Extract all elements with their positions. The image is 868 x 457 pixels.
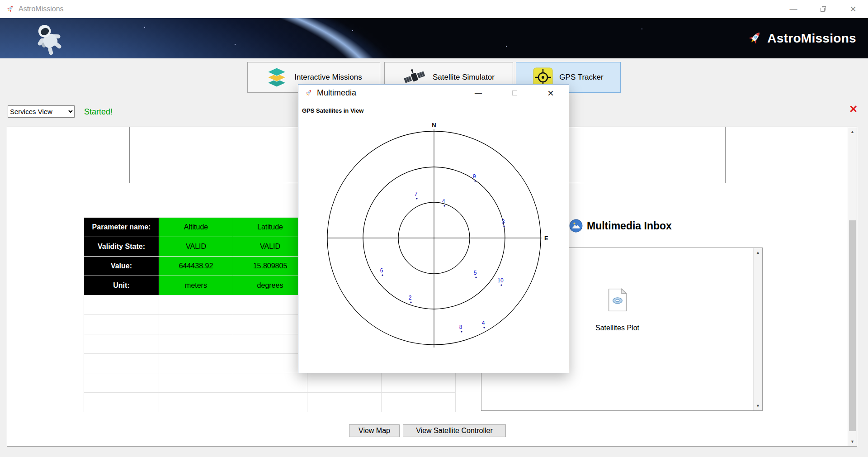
scroll-track[interactable]	[848, 136, 857, 437]
tab-label: Interactive Missions	[294, 73, 362, 82]
table-empty-row	[84, 393, 456, 412]
svg-text:9: 9	[473, 173, 476, 180]
main-scrollbar[interactable]: ▲ ▼	[848, 127, 857, 446]
table-empty-cell	[159, 295, 233, 315]
window-controls: — ×	[778, 0, 868, 18]
restore-icon	[821, 6, 826, 12]
svg-text:4: 4	[482, 320, 485, 326]
services-view-select[interactable]: Services View	[8, 105, 75, 118]
image-file-icon	[608, 288, 627, 312]
close-icon: ×	[850, 4, 856, 14]
app-rocket-icon	[5, 5, 14, 14]
view-satellite-controller-button[interactable]: View Satellite Controller	[403, 424, 506, 437]
table-empty-cell	[233, 315, 307, 334]
table-empty-cell	[233, 354, 307, 373]
media-icon	[569, 219, 583, 233]
tab-label: GPS Tracker	[559, 73, 603, 82]
inbox-scrollbar[interactable]: ▲ ▼	[753, 248, 762, 410]
view-map-button[interactable]: View Map	[349, 424, 400, 437]
window-title: AstroMissions	[19, 5, 64, 13]
svg-text:E: E	[544, 235, 548, 242]
param-label-cell: Parameter name:	[84, 218, 159, 237]
table-empty-cell	[382, 393, 456, 412]
dialog-close-button[interactable]: ×	[533, 85, 569, 101]
table-empty-cell	[233, 334, 307, 354]
brand-logo: AstroMissions	[746, 18, 856, 58]
minimize-icon: —	[790, 5, 797, 14]
svg-text:N: N	[432, 122, 436, 129]
hero-banner: AstroMissions	[0, 18, 868, 58]
close-icon: ×	[547, 88, 554, 99]
param-label-cell: Value:	[84, 257, 159, 276]
table-empty-cell	[159, 393, 233, 412]
arrow-down-icon: ▼	[756, 404, 760, 408]
scroll-track[interactable]	[754, 257, 762, 401]
scroll-down-button[interactable]: ▼	[848, 437, 857, 446]
param-value-cell: Latitude	[233, 218, 307, 237]
brand-rocket-icon	[746, 30, 763, 47]
param-value-cell: degrees	[233, 276, 307, 295]
table-empty-cell	[159, 373, 233, 393]
dialog-rocket-icon	[304, 89, 313, 98]
param-value-cell: Altitude	[159, 218, 233, 237]
table-empty-cell	[84, 393, 159, 412]
brand-name: AstroMissions	[767, 31, 856, 46]
table-empty-cell	[84, 373, 159, 393]
app-window: AstroMissions — × AstroMissions Interact…	[0, 0, 868, 457]
table-empty-cell	[307, 373, 382, 393]
svg-text:6: 6	[380, 267, 383, 274]
window-restore-button[interactable]	[808, 0, 838, 18]
arrow-up-icon: ▲	[756, 250, 760, 255]
window-titlebar: AstroMissions — ×	[0, 0, 868, 18]
scroll-up-button[interactable]: ▲	[848, 127, 857, 136]
maximize-icon	[512, 90, 517, 95]
table-empty-cell	[233, 393, 307, 412]
layers-icon	[265, 67, 288, 88]
service-close-button[interactable]: ✕	[849, 104, 858, 114]
table-empty-cell	[84, 354, 159, 373]
multimedia-dialog: Multimedia — × GPS Satellites in View NE…	[298, 84, 569, 373]
svg-text:3: 3	[502, 219, 505, 225]
svg-text:7: 7	[415, 191, 418, 197]
dialog-controls: — ×	[460, 85, 569, 101]
param-value-cell: 15.809805	[233, 257, 307, 276]
astronaut-image	[31, 20, 67, 57]
param-label-cell: Validity State:	[84, 237, 159, 257]
plot-title: GPS Satellites in View	[302, 107, 363, 114]
scroll-down-button[interactable]: ▼	[754, 401, 762, 410]
param-value-cell: VALID	[233, 237, 307, 257]
window-close-button[interactable]: ×	[838, 0, 868, 18]
inbox-title: Multimedia Inbox	[587, 220, 672, 232]
scroll-thumb[interactable]	[849, 220, 856, 431]
dialog-titlebar[interactable]: Multimedia — ×	[298, 85, 569, 101]
arrow-up-icon: ▲	[850, 129, 854, 134]
table-empty-cell	[159, 334, 233, 354]
svg-text:10: 10	[497, 277, 504, 284]
skyplot-chart: NE97436510284	[298, 101, 570, 374]
table-empty-cell	[233, 295, 307, 315]
table-empty-cell	[159, 315, 233, 334]
arrow-down-icon: ▼	[850, 439, 854, 444]
scroll-up-button[interactable]: ▲	[754, 248, 762, 257]
table-empty-cell	[84, 295, 159, 315]
dialog-maximize-button[interactable]	[496, 85, 533, 101]
param-value-cell: meters	[159, 276, 233, 295]
param-value-cell: 644438.92	[159, 257, 233, 276]
multimedia-inbox-header: Multimedia Inbox	[569, 219, 672, 233]
inbox-item-label: Satellites Plot	[595, 324, 639, 332]
tab-label: Satellite Simulator	[433, 73, 495, 82]
svg-text:5: 5	[474, 270, 477, 276]
table-empty-cell	[233, 373, 307, 393]
table-empty-cell	[84, 334, 159, 354]
table-empty-cell	[84, 315, 159, 334]
table-empty-cell	[307, 393, 382, 412]
status-text: Started!	[84, 107, 113, 117]
table-empty-cell	[159, 354, 233, 373]
svg-text:8: 8	[459, 324, 462, 330]
dialog-minimize-button[interactable]: —	[460, 85, 496, 101]
svg-text:4: 4	[442, 198, 445, 205]
param-label-cell: Unit:	[84, 276, 159, 295]
dialog-title: Multimedia	[317, 88, 356, 98]
window-minimize-button[interactable]: —	[778, 0, 808, 18]
minimize-icon: —	[475, 89, 482, 97]
